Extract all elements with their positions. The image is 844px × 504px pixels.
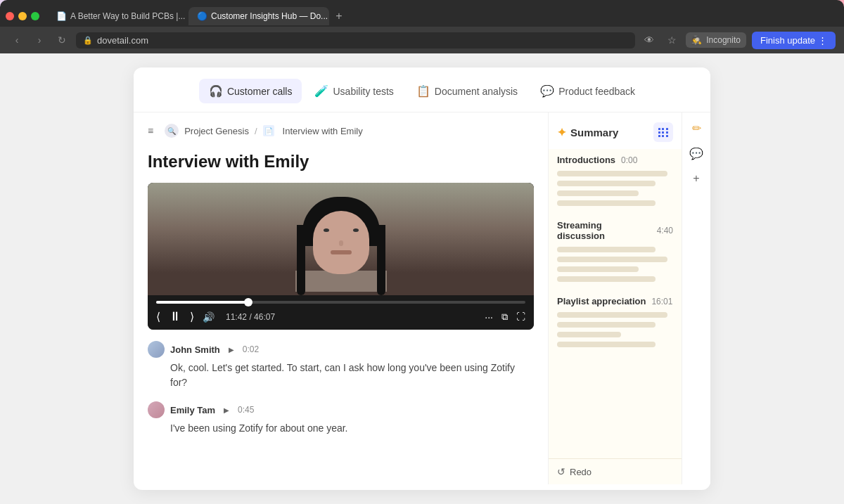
video-progress-bar[interactable] [156, 301, 525, 304]
bookmark-icon[interactable]: ☆ [663, 32, 680, 49]
skeleton-line [557, 332, 621, 337]
section-title-streaming: Streaming discussion [557, 220, 651, 241]
tab-document-analysis[interactable]: 📋 Document analysis [407, 79, 528, 103]
product-feedback-label: Product feedback [558, 86, 635, 97]
video-player[interactable]: ⟨ ⏸ ⟩ 🔊 11:42 / 46:07 ··· ⧉ [148, 183, 534, 330]
summary-main: ✦ Summary [549, 112, 682, 484]
address-bar[interactable]: 🔒 dovetail.com [76, 32, 635, 49]
add-icon-btn[interactable]: + [686, 169, 706, 188]
speaker-1-play-btn[interactable]: ▶ [226, 344, 237, 355]
section-time-introductions: 0:00 [621, 155, 637, 165]
breadcrumb-project[interactable]: Project Genesis [184, 126, 249, 136]
section-time-streaming: 4:40 [657, 226, 673, 235]
pause-btn[interactable]: ⏸ [169, 309, 181, 324]
volume-btn[interactable]: 🔊 [203, 311, 215, 323]
back-btn[interactable]: ‹ [8, 32, 25, 49]
document-analysis-label: Document analysis [435, 86, 518, 97]
current-time: 11:42 [226, 312, 247, 322]
redo-btn[interactable]: ↺ Redo [557, 466, 592, 477]
profile-icon[interactable]: 👁 [641, 32, 658, 49]
finish-update-btn[interactable]: Finish update ⋮ [752, 32, 836, 49]
tab-dovetail[interactable]: 🔵 Customer Insights Hub — Do... ✕ [188, 7, 329, 25]
menu-icon[interactable]: ≡ [148, 125, 153, 136]
speaker-2-timestamp: 0:45 [238, 405, 254, 415]
transcript-text-2: I've been using Zotify for about one yea… [148, 421, 534, 436]
skeleton-line [557, 257, 667, 262]
section-header-streaming: Streaming discussion 4:40 [557, 220, 673, 241]
summary-header: ✦ Summary [549, 112, 682, 149]
skeleton-line [557, 322, 656, 328]
tab-usability-tests[interactable]: 🧪 Usability tests [305, 79, 403, 103]
speaker-2-play-btn[interactable]: ▶ [221, 404, 232, 415]
transcript: John Smith ▶ 0:02 Ok, cool. Let's get st… [148, 341, 534, 436]
tab-pcb-favicon: 📄 [56, 11, 66, 21]
skeleton-line [557, 190, 639, 196]
address-text: dovetail.com [97, 35, 148, 46]
skeleton-line [557, 200, 656, 206]
customer-calls-icon: 🎧 [209, 84, 223, 98]
tab-customer-calls[interactable]: 🎧 Customer calls [199, 79, 302, 103]
video-progress-fill [156, 301, 248, 304]
fast-forward-btn[interactable]: ⟩ [190, 310, 194, 323]
highlight-icon-btn[interactable]: ✏ [686, 118, 706, 138]
skeleton-line [557, 342, 656, 347]
left-panel: ≡ 🔍 Project Genesis / 📄 Interview with E… [134, 112, 549, 484]
comment-icon-btn[interactable]: 💬 [686, 143, 706, 163]
tab-dovetail-label: Customer Insights Hub — Do... [211, 11, 328, 21]
right-panel-inner: ✦ Summary [549, 112, 710, 484]
rewind-btn[interactable]: ⟨ [156, 310, 160, 323]
skeleton-line [557, 312, 667, 318]
side-icons: ✏ 💬 + [682, 112, 710, 484]
refresh-btn[interactable]: ↻ [53, 32, 70, 49]
summary-section-introductions: Introductions 0:00 [557, 155, 673, 206]
speaker-1-timestamp: 0:02 [243, 344, 259, 354]
transcript-speaker-2: Emily Tam ▶ 0:45 [148, 401, 534, 418]
summary-title-text: Summary [570, 127, 618, 138]
product-feedback-icon: 💬 [540, 84, 554, 98]
transcript-item: John Smith ▶ 0:02 Ok, cool. Let's get st… [148, 341, 534, 390]
speaker-1-name: John Smith [170, 344, 220, 355]
maximize-window-btn[interactable] [31, 12, 39, 20]
main-card: 🎧 Customer calls 🧪 Usability tests 📋 Doc… [134, 67, 710, 490]
window-controls [6, 12, 39, 20]
section-title-introductions: Introductions [557, 155, 615, 165]
grid-dots-icon [658, 128, 668, 137]
tab-navigation: 🎧 Customer calls 🧪 Usability tests 📋 Doc… [134, 67, 710, 112]
section-header-introductions: Introductions 0:00 [557, 155, 673, 165]
redo-icon: ↺ [557, 466, 565, 477]
summary-section-playlist: Playlist appreciation 16:01 [557, 296, 673, 347]
customer-calls-label: Customer calls [227, 86, 293, 97]
total-time: 46:07 [254, 312, 275, 322]
summary-star-icon: ✦ [557, 126, 566, 139]
summary-grid-btn[interactable] [653, 122, 673, 142]
tab-pcb[interactable]: 📄 A Better Way to Build PCBs |... ✕ [48, 7, 188, 25]
incognito-btn[interactable]: 🕵 Incognito [686, 32, 746, 48]
content-area: ≡ 🔍 Project Genesis / 📄 Interview with E… [134, 112, 710, 484]
redo-label: Redo [570, 467, 592, 477]
tab-product-feedback[interactable]: 💬 Product feedback [530, 79, 645, 103]
incognito-label: Incognito [706, 35, 741, 45]
pip-btn[interactable]: ⧉ [501, 311, 508, 323]
new-tab-btn[interactable]: + [329, 6, 349, 26]
breadcrumb-document[interactable]: Interview with Emily [283, 126, 363, 136]
browser-chrome: 📄 A Better Way to Build PCBs |... ✕ 🔵 Cu… [0, 0, 844, 53]
skeleton-line [557, 276, 656, 282]
minimize-window-btn[interactable] [18, 12, 27, 20]
summary-section-streaming: Streaming discussion 4:40 [557, 220, 673, 282]
nav-right: 👁 ☆ 🕵 Incognito Finish update ⋮ [641, 32, 836, 49]
speaker-1-avatar [148, 341, 165, 358]
more-options-btn[interactable]: ··· [485, 311, 493, 323]
document-analysis-icon: 📋 [416, 84, 430, 98]
page-content: 🎧 Customer calls 🧪 Usability tests 📋 Doc… [0, 53, 844, 504]
transcript-item-2: Emily Tam ▶ 0:45 I've been using Zotify … [148, 401, 534, 436]
section-header-playlist: Playlist appreciation 16:01 [557, 296, 673, 306]
forward-btn[interactable]: › [31, 32, 48, 49]
document-icon: 📄 [263, 125, 274, 136]
controls-row: ⟨ ⏸ ⟩ 🔊 11:42 / 46:07 ··· ⧉ [156, 309, 525, 324]
fullscreen-btn[interactable]: ⛶ [516, 311, 525, 322]
close-window-btn[interactable] [6, 12, 14, 20]
tab-bar: 📄 A Better Way to Build PCBs |... ✕ 🔵 Cu… [0, 0, 844, 27]
address-lock-icon: 🔒 [83, 36, 93, 45]
video-progress-thumb [244, 298, 252, 306]
finish-update-label: Finish update [760, 35, 815, 46]
